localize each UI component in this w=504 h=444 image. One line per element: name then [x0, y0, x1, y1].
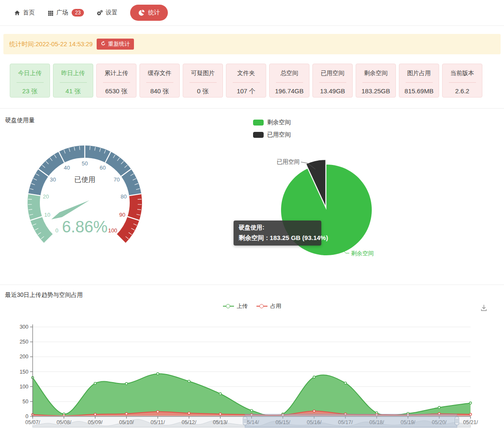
refresh-stats-label: 重新统计 — [108, 40, 130, 48]
y-tick-label: 250 — [19, 339, 28, 345]
gauge-minor-tick — [28, 199, 32, 200]
pie-legend-item[interactable]: 剩余空间 — [253, 119, 291, 126]
nav-item-1[interactable]: 首页 — [14, 9, 35, 17]
stat-card-value: 840 张 — [140, 87, 179, 95]
stat-card-value: 41 张 — [53, 87, 93, 95]
gauge-tick-label: 60 — [100, 165, 106, 171]
data-point-占用[interactable] — [157, 410, 159, 413]
grid-cell — [48, 14, 50, 15]
gauge-tick-label: 50 — [82, 160, 88, 167]
refresh-icon-path — [103, 41, 104, 43]
grid-cell — [48, 12, 50, 14]
stat-card-divider — [362, 82, 390, 83]
pie-legend-item[interactable]: 已用空间 — [253, 131, 291, 139]
data-point-占用[interactable] — [469, 413, 471, 415]
y-tick-label: 200 — [19, 354, 28, 360]
datazoom-window[interactable] — [245, 414, 457, 428]
x-tick-label: 05/13/ — [213, 419, 228, 425]
stat-card-value: 0 张 — [183, 87, 223, 95]
stat-card: 当前版本2.6.2 — [442, 64, 482, 98]
grid-icon — [47, 10, 54, 16]
gauge-tick-label: 10 — [44, 212, 50, 218]
trend-chart-group: 05010015020025030005/07/05/08/05/09/05/1… — [19, 324, 478, 427]
x-tick-label: 05/07/ — [25, 419, 40, 425]
data-point-占用[interactable] — [94, 413, 96, 415]
gauge-tick-label: 20 — [43, 193, 49, 200]
data-point-占用[interactable] — [219, 413, 221, 415]
data-point-上传[interactable] — [219, 393, 221, 395]
stat-card-divider — [276, 82, 303, 83]
stat-card-divider — [319, 82, 346, 83]
legend-label: 已用空间 — [267, 131, 291, 139]
data-point-占用[interactable] — [188, 412, 190, 414]
disk-usage-section: 硬盘使用量 0102030405060708090100已使用6.86%已用空间… — [0, 108, 504, 285]
refresh-icon — [100, 41, 106, 46]
gauge-tick-label: 100 — [108, 227, 117, 234]
nav-item-label: 广场 — [56, 9, 68, 17]
y-tick-label: 0 — [25, 413, 28, 419]
gauge-tick-label: 70 — [114, 176, 120, 183]
gauge-needle — [51, 201, 89, 220]
nav-item-3[interactable]: 设置 — [97, 9, 117, 17]
stat-card-title: 总空间 — [270, 70, 309, 77]
data-point-上传[interactable] — [344, 382, 346, 384]
stat-card: 文件夹107 个 — [226, 64, 266, 98]
pie-legend: 剩余空间已用空间 — [253, 119, 291, 139]
stat-card: 昨日上传41 张 — [53, 64, 93, 98]
trend-chart-canvas: 05010015020025030005/07/05/08/05/09/05/1… — [0, 285, 504, 444]
pie-label-free: 剩余空间 — [351, 250, 374, 257]
nav-item-label: 设置 — [106, 9, 117, 17]
grid-cell — [52, 11, 53, 12]
data-point-上传[interactable] — [94, 382, 96, 384]
grid-cell — [52, 12, 53, 14]
stat-card-value: 196.74GB — [270, 87, 309, 95]
data-point-上传[interactable] — [157, 373, 159, 375]
stat-card-value: 107 个 — [226, 87, 266, 95]
stat-card-value: 6530 张 — [97, 87, 136, 95]
nav-item-2[interactable]: 广场23 — [47, 9, 84, 17]
nav-item-label: 首页 — [23, 9, 35, 17]
datazoom-handle-right[interactable] — [455, 417, 459, 425]
refresh-stats-button[interactable]: 重新统计 — [97, 39, 134, 50]
gauge-minor-tick — [138, 199, 142, 200]
data-point-上传[interactable] — [251, 409, 253, 411]
stats-time-banner: 统计时间:2022-05-22 14:53:29 重新统计 — [3, 34, 501, 54]
stat-card-divider — [17, 82, 44, 83]
grid-cell — [52, 14, 53, 15]
data-point-占用[interactable] — [313, 410, 315, 412]
gauge-tick-label: 30 — [50, 176, 56, 183]
pie-tooltip-title: 硬盘使用: — [239, 224, 316, 232]
stat-card-divider — [449, 82, 476, 83]
pie-label-used: 已用空间 — [277, 159, 300, 165]
stat-card-title: 可疑图片 — [183, 70, 223, 77]
top-nav: 首页广场23设置统计 — [0, 0, 504, 26]
stat-card: 可疑图片0 张 — [183, 64, 223, 98]
gauge-tick-label: 0 — [56, 227, 58, 234]
data-point-上传[interactable] — [469, 402, 471, 404]
x-tick-label: 05/09/ — [88, 419, 103, 425]
data-point-占用[interactable] — [125, 413, 128, 415]
x-tick-label: 05/12/ — [182, 419, 197, 425]
gauge-tick-label: 80 — [121, 193, 127, 200]
stat-card: 今日上传23 张 — [10, 64, 50, 98]
data-point-上传[interactable] — [438, 406, 440, 408]
gauge-tick-label: 40 — [64, 165, 70, 171]
stat-card-title: 文件夹 — [226, 70, 266, 77]
grid-cell — [50, 11, 51, 12]
gauge-band — [34, 151, 135, 195]
nav-item-4[interactable]: 统计 — [130, 5, 168, 21]
nav-item-label: 统计 — [148, 9, 160, 17]
y-tick-label: 150 — [19, 369, 28, 375]
x-tick-label: 05/11/ — [150, 419, 165, 425]
data-point-上传[interactable] — [313, 376, 315, 378]
legend-label: 剩余空间 — [267, 119, 291, 126]
datazoom-handle-left[interactable] — [243, 417, 247, 425]
home-icon-path — [14, 10, 19, 15]
data-point-上传[interactable] — [125, 383, 128, 385]
stat-card: 缓存文件840 张 — [139, 64, 180, 98]
gauge-title: 已使用 — [74, 176, 95, 183]
gauge-tick-label: 90 — [119, 212, 125, 218]
stat-card-title: 昨日上传 — [53, 70, 93, 77]
data-point-上传[interactable] — [188, 380, 190, 382]
stat-card-divider — [233, 82, 260, 83]
